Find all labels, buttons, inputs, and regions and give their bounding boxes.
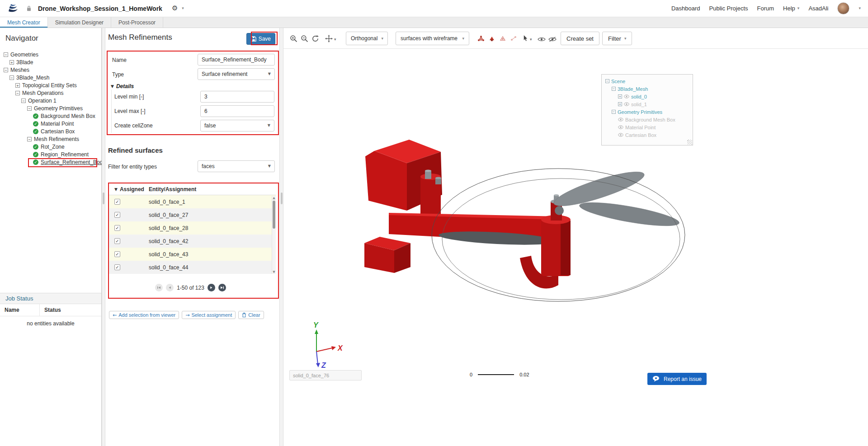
collapse-icon[interactable]: − xyxy=(612,87,616,91)
collapse-icon[interactable]: − xyxy=(4,68,8,72)
visibility-eye-icon[interactable] xyxy=(624,94,629,99)
scene-item-3blade-mesh[interactable]: −3Blade_Mesh xyxy=(604,85,691,93)
assigned-checkbox[interactable]: ✓ xyxy=(114,251,120,257)
visibility-eye-icon[interactable] xyxy=(618,133,623,137)
assigned-checkbox[interactable]: ✓ xyxy=(114,264,120,270)
level-min-input[interactable] xyxy=(200,91,274,103)
splitter-grip[interactable] xyxy=(281,192,283,204)
tab-simulation-designer[interactable]: Simulation Designer xyxy=(48,17,111,28)
report-issue-button[interactable]: Report an issue xyxy=(647,373,707,385)
expand-icon[interactable]: + xyxy=(9,60,14,65)
collapse-icon[interactable]: − xyxy=(9,75,14,80)
zoom-in-icon[interactable] xyxy=(290,35,297,42)
collapse-icon[interactable]: − xyxy=(15,91,20,95)
scene-item-scene[interactable]: −Scene xyxy=(604,77,691,85)
name-input[interactable] xyxy=(198,54,275,66)
create-set-button[interactable]: Create set xyxy=(561,32,599,45)
splitter-navigator[interactable] xyxy=(102,28,105,446)
display-option-icon-b[interactable] xyxy=(488,35,495,42)
filter-button[interactable]: Filter ▾ xyxy=(602,32,632,45)
zoom-out-icon[interactable] xyxy=(301,35,308,42)
nav-link-public-projects[interactable]: Public Projects xyxy=(709,5,748,12)
tree-item-meshes[interactable]: −Meshes xyxy=(0,66,101,74)
entity-row[interactable]: ✓solid_0_face_1 xyxy=(109,195,276,208)
first-page-button[interactable] xyxy=(155,284,163,291)
scene-panel-resize-grip[interactable] xyxy=(687,140,692,145)
details-toggle[interactable]: ▼ Details xyxy=(111,83,134,89)
entity-row[interactable]: ✓solid_0_face_28 xyxy=(109,221,276,235)
expand-icon[interactable]: + xyxy=(618,102,622,106)
project-settings-gear-icon[interactable]: ⚙ xyxy=(172,5,178,12)
pan-tool-icon[interactable] xyxy=(325,35,333,42)
level-max-input[interactable] xyxy=(200,105,274,117)
assigned-checkbox[interactable]: ✓ xyxy=(114,212,120,218)
display-option-icon-d[interactable] xyxy=(509,35,517,42)
visibility-eye-icon[interactable] xyxy=(624,102,629,106)
add-selection-from-viewer-button[interactable]: ← Add selection from viewer xyxy=(109,311,179,319)
entity-row[interactable]: ✓solid_0_face_27 xyxy=(109,208,276,221)
tree-item-background-mesh-box[interactable]: ✓Background Mesh Box xyxy=(0,112,101,120)
assigned-checkbox[interactable]: ✓ xyxy=(114,238,120,244)
scrollbar-thumb[interactable] xyxy=(273,201,275,229)
visibility-eye-icon[interactable] xyxy=(618,125,623,129)
tree-item-mesh-refinements[interactable]: −Mesh Refinements xyxy=(0,135,101,143)
visibility-eye-icon[interactable] xyxy=(618,117,623,122)
assigned-column-header[interactable]: ▼ Assigned xyxy=(109,186,149,192)
tree-item-cartesian-box[interactable]: ✓Cartesian Box xyxy=(0,127,101,135)
collapse-icon[interactable]: − xyxy=(27,137,32,141)
entity-row[interactable]: ✓solid_0_face_42 xyxy=(109,235,276,248)
pointer-tool-icon[interactable] xyxy=(522,35,530,42)
app-logo-icon[interactable] xyxy=(7,3,19,14)
display-option-icon-c[interactable] xyxy=(499,35,506,42)
hide-visibility-eye-off-icon[interactable] xyxy=(548,36,556,43)
entities-scrollbar[interactable]: ▲ ▼ xyxy=(272,196,276,274)
nav-link-help[interactable]: Help ▾ xyxy=(783,5,799,12)
job-status-header[interactable]: Job Status xyxy=(0,293,101,304)
collapse-icon[interactable]: − xyxy=(605,79,609,83)
user-name[interactable]: AsadAli xyxy=(808,5,828,12)
entity-row[interactable]: ✓solid_0_face_44 xyxy=(109,261,276,274)
tree-item-topological-entity-sets[interactable]: +Topological Entity Sets xyxy=(0,81,101,89)
entity-row[interactable]: ✓solid_0_face_43 xyxy=(109,248,276,261)
next-page-button[interactable] xyxy=(208,284,215,291)
assigned-checkbox[interactable]: ✓ xyxy=(114,199,120,205)
tree-item-geometries[interactable]: −Geometries xyxy=(0,51,101,58)
tab-mesh-creator[interactable]: Mesh Creator xyxy=(0,17,48,28)
collapse-icon[interactable]: − xyxy=(27,106,32,111)
tree-item-3blade-mesh[interactable]: −3Blade_Mesh xyxy=(0,74,101,81)
collapse-icon[interactable]: − xyxy=(612,110,616,114)
user-avatar[interactable] xyxy=(837,2,849,14)
tab-post-processor[interactable]: Post-Processor xyxy=(111,17,163,28)
scene-item-material-point[interactable]: Material Point xyxy=(604,123,691,131)
tree-item-material-point[interactable]: ✓Material Point xyxy=(0,120,101,127)
scene-item-solid-0[interactable]: +solid_0 xyxy=(604,93,691,100)
save-button[interactable]: Save xyxy=(246,33,275,45)
type-select[interactable]: Surface refinement ▼ xyxy=(198,68,275,80)
projection-select[interactable]: Orthogonal ▾ xyxy=(346,32,388,45)
viewer-3d-canvas[interactable]: −Scene−3Blade_Mesh+solid_0+solid_1−Geome… xyxy=(283,49,868,446)
project-menu-caret-icon[interactable]: ▾ xyxy=(182,6,184,10)
create-cellzone-select[interactable]: false ▼ xyxy=(200,120,274,131)
entity-column-header[interactable]: Entity/Assignment xyxy=(149,186,196,192)
pan-tool-caret-icon[interactable]: ▾ xyxy=(334,37,336,42)
collapse-icon[interactable]: − xyxy=(4,52,8,57)
tree-item-mesh-operations[interactable]: −Mesh Operations xyxy=(0,89,101,97)
expand-icon[interactable]: + xyxy=(618,94,622,99)
scroll-down-icon[interactable]: ▼ xyxy=(272,270,276,274)
nav-link-forum[interactable]: Forum xyxy=(757,5,774,12)
show-visibility-eye-icon[interactable] xyxy=(538,36,545,43)
pointer-tool-caret-icon[interactable]: ▾ xyxy=(530,37,532,42)
tree-item-operation-1[interactable]: −Operation 1 xyxy=(0,97,101,104)
reset-view-icon[interactable] xyxy=(311,35,319,42)
render-mode-select[interactable]: surfaces with wireframe ▾ xyxy=(396,32,469,45)
tree-item-region-refinement[interactable]: ✓Region_Refinement xyxy=(0,150,101,158)
collapse-icon[interactable]: − xyxy=(21,99,26,103)
assigned-checkbox[interactable]: ✓ xyxy=(114,225,120,231)
tree-item-rot-zone[interactable]: ✓Rot_Zone xyxy=(0,143,101,150)
last-page-button[interactable] xyxy=(218,284,226,291)
nav-link-dashboard[interactable]: Dashboard xyxy=(671,5,700,12)
splitter-grip[interactable] xyxy=(103,192,104,204)
scene-item-geometry-primitives[interactable]: −Geometry Primitives xyxy=(604,108,691,116)
clear-button[interactable]: Clear xyxy=(238,311,264,319)
splitter-editor[interactable] xyxy=(279,28,283,446)
